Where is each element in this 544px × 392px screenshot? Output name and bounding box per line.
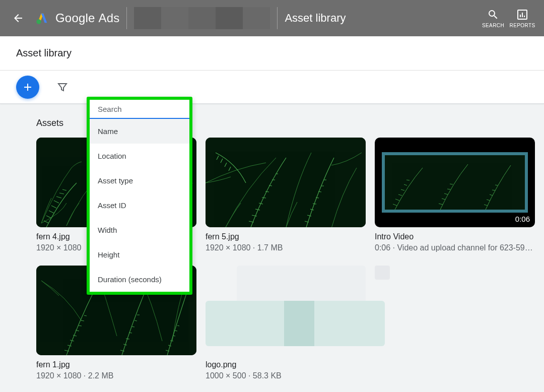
account-info-redacted — [134, 7, 270, 29]
asset-thumbnail-placeholder — [206, 266, 366, 355]
asset-meta: 1920 × 1080 · 2.2 MB — [36, 371, 196, 380]
content-area: Name Location Asset type Asset ID Width … — [0, 104, 544, 392]
filter-options-list: Name Location Asset type Asset ID Width … — [90, 119, 189, 292]
asset-name: fern 1.jpg — [36, 360, 196, 369]
asset-name: fern 5.jpg — [206, 232, 366, 241]
filter-option-width[interactable]: Width — [90, 218, 189, 242]
filter-dropdown: Name Location Asset type Asset ID Width … — [87, 97, 192, 295]
filter-search-row — [90, 100, 189, 119]
toolbar — [0, 71, 544, 104]
breadcrumb: Asset library — [285, 12, 346, 25]
page-subheader: Asset library — [0, 36, 544, 71]
asset-card[interactable]: 0:06 Intro Video 0:06 · Video ad upload … — [375, 138, 535, 252]
svg-point-0 — [36, 19, 41, 24]
back-arrow-icon[interactable] — [12, 12, 24, 24]
asset-card[interactable]: logo.png 1000 × 500 · 58.3 KB — [206, 266, 366, 380]
brand-ads: Ads — [98, 11, 119, 25]
brand-text: Google Ads — [55, 11, 119, 25]
filter-option-location[interactable]: Location — [90, 144, 189, 168]
header-divider — [277, 7, 278, 29]
filter-option-name[interactable]: Name — [90, 119, 189, 144]
header-divider — [126, 7, 127, 29]
filter-search-input[interactable] — [98, 105, 193, 113]
filter-option-asset-type[interactable]: Asset type — [90, 168, 189, 193]
search-button[interactable]: SEARCH — [479, 9, 508, 28]
page-title: Asset library — [16, 47, 72, 59]
asset-thumbnail-video: 0:06 — [375, 138, 535, 227]
brand-google: Google — [55, 11, 95, 25]
reports-button[interactable]: REPORTS — [508, 9, 537, 28]
reports-label: REPORTS — [510, 23, 535, 28]
asset-name: logo.png — [206, 360, 366, 369]
filter-button[interactable] — [56, 81, 69, 93]
filter-option-asset-id[interactable]: Asset ID — [90, 193, 189, 218]
google-ads-logo-icon — [35, 11, 49, 25]
asset-name: Intro Video — [375, 232, 535, 241]
filter-option-height[interactable]: Height — [90, 242, 189, 267]
asset-meta: 0:06 · Video ad upload channel for 623-5… — [375, 243, 535, 252]
filter-option-duration[interactable]: Duration (seconds) — [90, 267, 189, 292]
add-button[interactable] — [16, 76, 39, 99]
search-label: SEARCH — [482, 23, 504, 28]
svg-rect-6 — [206, 138, 366, 227]
app-header: Google Ads Asset library SEARCH REPORTS — [0, 0, 544, 36]
asset-meta: 1000 × 500 · 58.3 KB — [206, 371, 366, 380]
search-icon — [487, 9, 499, 21]
video-duration-badge: 0:06 — [515, 215, 530, 223]
asset-meta: 1920 × 1080 · 1.7 MB — [206, 243, 366, 252]
reports-icon — [516, 9, 528, 21]
filter-icon — [56, 81, 69, 93]
asset-card[interactable]: fern 5.jpg 1920 × 1080 · 1.7 MB — [206, 138, 366, 252]
asset-thumbnail — [206, 138, 366, 227]
plus-icon — [22, 81, 34, 93]
